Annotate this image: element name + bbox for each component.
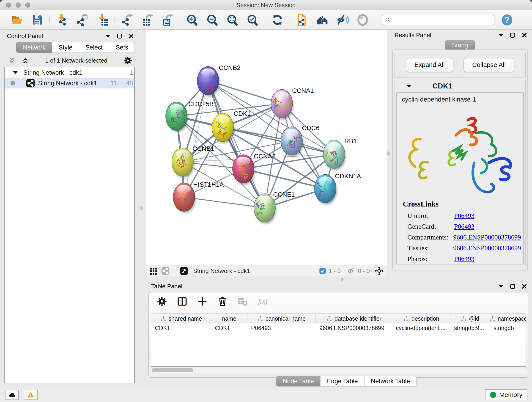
search-input[interactable] [391,15,491,25]
panel-float-icon[interactable] [116,33,123,39]
crosslink-value-link[interactable]: P06493 [454,223,475,230]
panel-close-icon[interactable] [521,32,527,38]
split-columns-icon[interactable] [177,296,187,307]
home-icon[interactable] [316,14,329,26]
scrollbar-thumb[interactable] [152,368,193,372]
node-table[interactable]: shared namenamecanonical namedatabase id… [151,313,526,367]
column-header-canonicalname[interactable]: canonical name [247,314,316,323]
table-cell[interactable]: 9606.ENSP00000378699 [316,323,392,333]
zoom-in-icon[interactable] [186,14,198,26]
zoom-fit-icon[interactable] [226,14,239,26]
crosslink-value-link[interactable]: 9606.ENSP00000378699 [453,234,521,241]
table-row[interactable]: CDK1CDK1P064939606.ENSP00000378699cyclin… [151,323,526,333]
network-options-gear-icon[interactable] [123,56,133,65]
collapse-all-button[interactable]: Collapse All [463,58,514,72]
zoom-selected-icon[interactable] [247,14,259,26]
table-cell[interactable]: stringdb [490,323,526,333]
column-type-icon [326,316,332,322]
panel-close-icon[interactable] [128,33,134,39]
refresh-network-icon[interactable] [271,14,284,26]
import-table-icon[interactable] [96,14,109,26]
column-type-icon [489,316,495,322]
panel-menu-icon[interactable] [498,283,504,289]
graph-node-CCNA1 [271,89,293,120]
share-view-icon[interactable] [161,267,170,275]
graph-node-CCNE1 [254,194,276,224]
warning-status-button[interactable] [24,390,38,400]
tab-string[interactable]: String [445,40,475,51]
section-collapse-icon[interactable] [405,83,412,89]
save-session-icon[interactable] [31,14,44,26]
zoom-out-icon[interactable] [206,14,219,26]
selected-checkbox-icon[interactable] [319,268,326,274]
export-network-icon[interactable] [121,14,133,26]
crosslink-value-link[interactable]: P06493 [454,255,475,263]
toolbar-icon-groups [5,13,375,27]
graph-node-RB1 [323,140,346,170]
column-header-sharedname[interactable]: shared name [151,314,211,323]
panel-float-icon[interactable] [510,283,516,289]
crosslink-value-link[interactable]: P06493 [454,212,475,220]
selected-node-edge-counts: 1 - 0 [329,268,341,274]
tab-select[interactable]: Select [79,42,109,53]
add-column-icon[interactable] [197,296,208,307]
panel-close-icon[interactable] [521,283,527,289]
table-settings-gear-icon[interactable] [157,296,167,307]
table-cell[interactable]: stringdb:9... [450,323,490,333]
panel-menu-icon[interactable] [498,32,504,38]
network-collection-row[interactable]: String Network - cdk1 1 [5,67,134,78]
eye-hidden-icon[interactable] [336,14,349,26]
table-cell[interactable]: CDK1 [211,323,247,333]
table-horizontal-scrollbar[interactable] [151,368,526,373]
grid-view-icon[interactable] [149,267,158,275]
fit-crosshair-icon[interactable] [374,266,384,276]
table-cell[interactable]: P06493 [247,323,316,333]
tab-sets[interactable]: Sets [109,42,135,53]
network-row-selected[interactable]: String Network - cdk1 11 48 [5,78,134,89]
document-share-icon[interactable] [296,14,308,26]
control-panel-controls [105,33,134,39]
collection-expand-icon[interactable] [12,69,19,76]
tab-network-table[interactable]: Network Table [364,376,417,386]
table-cell[interactable]: CDK1 [151,323,211,333]
column-header-id[interactable]: @id [450,314,490,323]
right-splitter-handle[interactable] [387,151,390,156]
help-icon[interactable]: ? [501,13,513,26]
import-network-from-database-icon[interactable] [76,14,89,26]
tab-node-table[interactable]: Node Table [276,376,321,386]
export-image-icon[interactable] [161,14,174,26]
memory-button[interactable]: Memory [485,389,527,400]
cloud-status-button[interactable] [5,390,19,400]
graph-node-CCNB1 [172,148,194,178]
collapse-all-icon[interactable] [8,57,16,64]
column-header-description[interactable]: description [392,314,450,323]
node-label-CCNA2: CCNA2 [254,153,276,160]
search-field[interactable] [382,15,494,25]
panel-float-icon[interactable] [510,32,516,38]
tab-edge-table[interactable]: Edge Table [320,376,365,386]
bottom-splitter-handle[interactable] [341,278,344,282]
import-network-icon[interactable] [56,14,68,26]
eye-disabled-icon[interactable] [356,14,369,26]
delete-column-icon[interactable] [217,296,228,307]
column-header-name[interactable]: name [211,314,247,323]
expand-all-icon[interactable] [22,57,29,64]
tab-network[interactable]: Network [16,42,52,53]
column-header-databaseidentifier[interactable]: database identifier [316,314,392,323]
birdseye-view-icon[interactable] [180,267,188,275]
crosslink-value-link[interactable]: 9606.ENSP00000378699 [453,244,521,252]
window-title: Session: New Session [0,0,532,10]
network-canvas[interactable]: CCNB2CCNA1CDC25BCDK1CDC6RB1CCNB1CCNA2CDK… [146,30,387,265]
export-table-icon[interactable] [141,14,153,26]
open-file-icon[interactable] [11,14,23,26]
column-type-icon [461,316,467,322]
left-splitter-handle[interactable] [140,206,143,211]
panel-menu-icon[interactable] [105,33,111,39]
table-tabs: Node TableEdge TableNetwork Table [276,376,417,386]
network-view[interactable]: CCNB2CCNA1CDC25BCDK1CDC6RB1CCNB1CCNA2CDK… [146,30,387,276]
hidden-eye-icon[interactable] [347,267,355,275]
tab-style[interactable]: Style [52,42,79,53]
column-header-namespace[interactable]: namespace [490,314,526,323]
table-cell[interactable]: cyclin-dependent ... [392,323,450,333]
expand-all-button[interactable]: Expand All [406,58,453,72]
